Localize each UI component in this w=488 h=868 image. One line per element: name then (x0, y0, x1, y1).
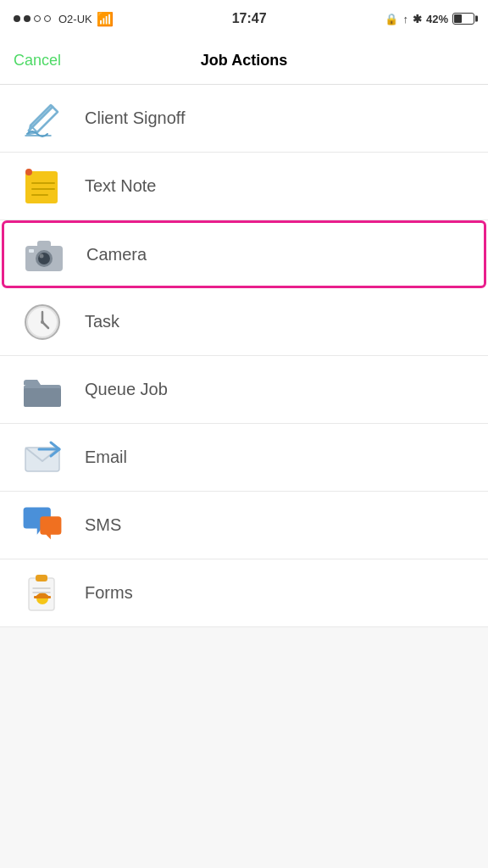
wifi-icon: 📶 (97, 11, 114, 27)
signoff-icon (17, 93, 68, 144)
sms-label: SMS (85, 515, 121, 535)
task-icon (17, 297, 68, 348)
location-icon: ↑ (402, 13, 408, 25)
textnote-icon (17, 161, 68, 212)
forms-icon (17, 568, 68, 619)
svg-point-17 (41, 320, 44, 324)
svg-rect-8 (37, 241, 51, 248)
svg-rect-23 (36, 575, 47, 581)
svg-rect-12 (29, 249, 34, 253)
textnote-label: Text Note (85, 176, 156, 196)
status-left: O2-UK 📶 (14, 11, 114, 27)
queuejob-icon (17, 364, 68, 415)
forms-label: Forms (85, 583, 133, 603)
svg-point-3 (25, 169, 32, 175)
list-item-sms[interactable]: SMS (0, 492, 488, 559)
camera-icon (19, 229, 69, 280)
dot3 (34, 15, 41, 22)
list-item-client-signoff[interactable]: Client Signoff (0, 85, 488, 153)
dot4 (44, 15, 51, 22)
status-time: 17:47 (232, 11, 267, 26)
svg-rect-19 (24, 388, 61, 407)
carrier-label: O2-UK (58, 13, 92, 25)
status-bar: O2-UK 📶 17:47 🔒 ↑ ✱ 42% (0, 0, 488, 37)
list-item-task[interactable]: Task (0, 288, 488, 356)
battery-percent: 42% (426, 13, 448, 25)
bluetooth-icon: ✱ (413, 13, 422, 25)
nav-bar: Cancel Job Actions (0, 37, 488, 85)
svg-point-10 (38, 253, 50, 264)
svg-rect-25 (34, 596, 51, 598)
queuejob-label: Queue Job (85, 380, 168, 399)
list-item-camera[interactable]: Camera (2, 220, 486, 288)
task-label: Task (85, 312, 119, 331)
svg-point-11 (40, 254, 44, 259)
camera-label: Camera (86, 245, 147, 264)
sms-icon (17, 500, 68, 551)
job-actions-list: Client Signoff Text Note (0, 85, 488, 627)
list-item-email[interactable]: Email (0, 424, 488, 492)
battery-icon (452, 13, 474, 25)
dot2 (24, 15, 30, 22)
email-label: Email (85, 448, 127, 467)
page-title: Job Actions (201, 52, 287, 70)
email-icon (17, 432, 68, 483)
list-item-forms[interactable]: Forms (0, 559, 488, 627)
list-item-queue-job[interactable]: Queue Job (0, 356, 488, 424)
cancel-button[interactable]: Cancel (14, 52, 61, 70)
list-item-text-note[interactable]: Text Note (0, 153, 488, 220)
lock-icon: 🔒 (385, 13, 398, 25)
svg-rect-2 (25, 171, 58, 203)
dot1 (14, 15, 20, 22)
status-right: 🔒 ↑ ✱ 42% (385, 13, 474, 25)
signoff-label: Client Signoff (85, 108, 186, 128)
battery-fill (454, 14, 462, 23)
signal-dots (14, 15, 51, 22)
